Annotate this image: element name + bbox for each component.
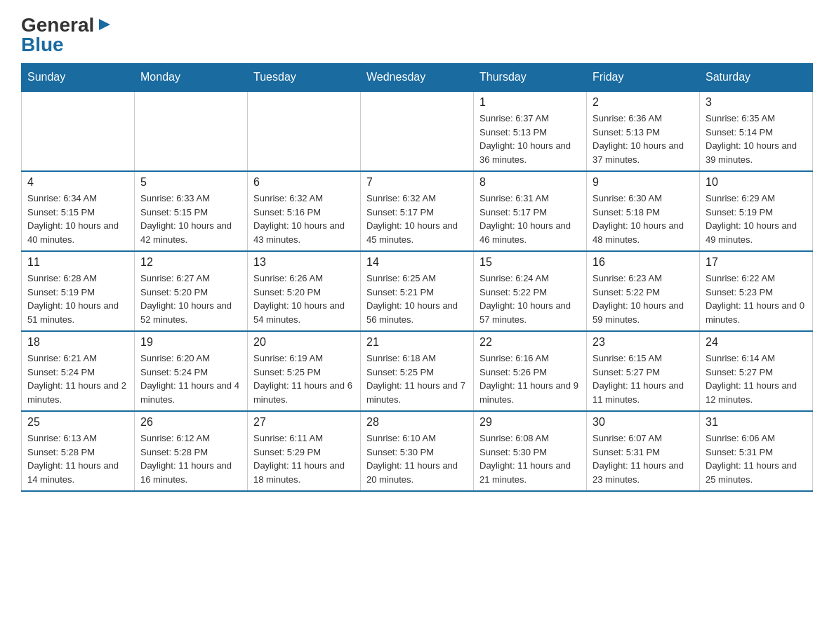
day-number: 16	[593, 256, 694, 269]
calendar-cell: 2Sunrise: 6:36 AM Sunset: 5:13 PM Daylig…	[587, 91, 700, 171]
day-info: Sunrise: 6:08 AM Sunset: 5:30 PM Dayligh…	[479, 431, 581, 486]
day-info: Sunrise: 6:07 AM Sunset: 5:31 PM Dayligh…	[593, 431, 694, 486]
day-info: Sunrise: 6:06 AM Sunset: 5:31 PM Dayligh…	[706, 431, 807, 486]
calendar-week-row: 4Sunrise: 6:34 AM Sunset: 5:15 PM Daylig…	[22, 171, 813, 251]
day-number: 15	[479, 256, 581, 269]
day-info: Sunrise: 6:33 AM Sunset: 5:15 PM Dayligh…	[140, 192, 241, 246]
calendar-cell: 24Sunrise: 6:14 AM Sunset: 5:27 PM Dayli…	[700, 331, 813, 411]
day-info: Sunrise: 6:18 AM Sunset: 5:25 PM Dayligh…	[366, 351, 468, 406]
calendar-week-row: 11Sunrise: 6:28 AM Sunset: 5:19 PM Dayli…	[22, 251, 813, 331]
day-number: 12	[140, 256, 241, 269]
calendar-cell: 20Sunrise: 6:19 AM Sunset: 5:25 PM Dayli…	[248, 331, 361, 411]
calendar-cell: 31Sunrise: 6:06 AM Sunset: 5:31 PM Dayli…	[700, 411, 813, 491]
calendar-header-wednesday: Wednesday	[361, 64, 474, 92]
calendar-cell: 5Sunrise: 6:33 AM Sunset: 5:15 PM Daylig…	[135, 171, 248, 251]
day-info: Sunrise: 6:15 AM Sunset: 5:27 PM Dayligh…	[593, 351, 694, 406]
day-info: Sunrise: 6:12 AM Sunset: 5:28 PM Dayligh…	[140, 431, 241, 486]
day-info: Sunrise: 6:27 AM Sunset: 5:20 PM Dayligh…	[140, 271, 241, 326]
day-info: Sunrise: 6:32 AM Sunset: 5:17 PM Dayligh…	[366, 192, 468, 246]
logo-blue-label: Blue	[21, 34, 64, 55]
calendar-cell: 14Sunrise: 6:25 AM Sunset: 5:21 PM Dayli…	[361, 251, 474, 331]
day-info: Sunrise: 6:11 AM Sunset: 5:29 PM Dayligh…	[253, 431, 355, 486]
day-number: 5	[140, 176, 241, 189]
logo-arrow-icon	[96, 17, 112, 32]
calendar-cell: 11Sunrise: 6:28 AM Sunset: 5:19 PM Dayli…	[22, 251, 135, 331]
day-number: 31	[706, 416, 807, 429]
day-number: 7	[366, 176, 468, 189]
calendar-cell: 19Sunrise: 6:20 AM Sunset: 5:24 PM Dayli…	[135, 331, 248, 411]
calendar-table: SundayMondayTuesdayWednesdayThursdayFrid…	[21, 63, 813, 492]
day-number: 2	[593, 96, 694, 109]
day-info: Sunrise: 6:20 AM Sunset: 5:24 PM Dayligh…	[140, 351, 241, 406]
calendar-cell	[135, 91, 248, 171]
calendar-week-row: 25Sunrise: 6:13 AM Sunset: 5:28 PM Dayli…	[22, 411, 813, 491]
day-info: Sunrise: 6:22 AM Sunset: 5:23 PM Dayligh…	[706, 271, 807, 326]
day-info: Sunrise: 6:10 AM Sunset: 5:30 PM Dayligh…	[366, 431, 468, 486]
calendar-cell: 6Sunrise: 6:32 AM Sunset: 5:16 PM Daylig…	[248, 171, 361, 251]
calendar-header-row: SundayMondayTuesdayWednesdayThursdayFrid…	[22, 64, 813, 92]
calendar-cell: 17Sunrise: 6:22 AM Sunset: 5:23 PM Dayli…	[700, 251, 813, 331]
day-info: Sunrise: 6:26 AM Sunset: 5:20 PM Dayligh…	[253, 271, 355, 326]
calendar-cell	[22, 91, 135, 171]
calendar-cell: 27Sunrise: 6:11 AM Sunset: 5:29 PM Dayli…	[248, 411, 361, 491]
day-info: Sunrise: 6:37 AM Sunset: 5:13 PM Dayligh…	[479, 112, 581, 166]
day-number: 17	[706, 256, 807, 269]
calendar-cell: 28Sunrise: 6:10 AM Sunset: 5:30 PM Dayli…	[361, 411, 474, 491]
day-info: Sunrise: 6:23 AM Sunset: 5:22 PM Dayligh…	[593, 271, 694, 326]
day-info: Sunrise: 6:32 AM Sunset: 5:16 PM Dayligh…	[253, 192, 355, 246]
day-info: Sunrise: 6:24 AM Sunset: 5:22 PM Dayligh…	[479, 271, 581, 326]
day-number: 3	[706, 96, 807, 109]
day-number: 21	[366, 336, 468, 349]
calendar-cell: 7Sunrise: 6:32 AM Sunset: 5:17 PM Daylig…	[361, 171, 474, 251]
day-number: 19	[140, 336, 241, 349]
calendar-cell	[248, 91, 361, 171]
day-info: Sunrise: 6:34 AM Sunset: 5:15 PM Dayligh…	[27, 192, 128, 246]
calendar-cell: 18Sunrise: 6:21 AM Sunset: 5:24 PM Dayli…	[22, 331, 135, 411]
day-number: 11	[27, 256, 128, 269]
calendar-cell: 25Sunrise: 6:13 AM Sunset: 5:28 PM Dayli…	[22, 411, 135, 491]
day-number: 14	[366, 256, 468, 269]
day-number: 28	[366, 416, 468, 429]
day-number: 30	[593, 416, 694, 429]
svg-marker-0	[99, 19, 110, 30]
day-number: 24	[706, 336, 807, 349]
logo-display: General Blue	[21, 14, 112, 56]
calendar-cell: 22Sunrise: 6:16 AM Sunset: 5:26 PM Dayli…	[474, 331, 587, 411]
day-info: Sunrise: 6:36 AM Sunset: 5:13 PM Dayligh…	[593, 112, 694, 166]
calendar-cell: 9Sunrise: 6:30 AM Sunset: 5:18 PM Daylig…	[587, 171, 700, 251]
day-number: 9	[593, 176, 694, 189]
day-number: 1	[479, 96, 581, 109]
day-number: 20	[253, 336, 355, 349]
day-info: Sunrise: 6:19 AM Sunset: 5:25 PM Dayligh…	[253, 351, 355, 406]
day-number: 10	[706, 176, 807, 189]
logo: General Blue	[21, 14, 112, 56]
calendar-header-saturday: Saturday	[700, 64, 813, 92]
calendar-header-monday: Monday	[135, 64, 248, 92]
day-info: Sunrise: 6:29 AM Sunset: 5:19 PM Dayligh…	[706, 192, 807, 246]
calendar-header-friday: Friday	[587, 64, 700, 92]
day-info: Sunrise: 6:14 AM Sunset: 5:27 PM Dayligh…	[706, 351, 807, 406]
calendar-cell: 13Sunrise: 6:26 AM Sunset: 5:20 PM Dayli…	[248, 251, 361, 331]
day-number: 22	[479, 336, 581, 349]
calendar-cell: 4Sunrise: 6:34 AM Sunset: 5:15 PM Daylig…	[22, 171, 135, 251]
calendar-cell: 29Sunrise: 6:08 AM Sunset: 5:30 PM Dayli…	[474, 411, 587, 491]
day-info: Sunrise: 6:30 AM Sunset: 5:18 PM Dayligh…	[593, 192, 694, 246]
day-number: 29	[479, 416, 581, 429]
calendar-cell: 16Sunrise: 6:23 AM Sunset: 5:22 PM Dayli…	[587, 251, 700, 331]
day-info: Sunrise: 6:35 AM Sunset: 5:14 PM Dayligh…	[706, 112, 807, 166]
day-number: 23	[593, 336, 694, 349]
day-number: 18	[27, 336, 128, 349]
calendar-cell: 26Sunrise: 6:12 AM Sunset: 5:28 PM Dayli…	[135, 411, 248, 491]
day-number: 13	[253, 256, 355, 269]
calendar-cell: 23Sunrise: 6:15 AM Sunset: 5:27 PM Dayli…	[587, 331, 700, 411]
calendar-cell: 8Sunrise: 6:31 AM Sunset: 5:17 PM Daylig…	[474, 171, 587, 251]
calendar-cell: 12Sunrise: 6:27 AM Sunset: 5:20 PM Dayli…	[135, 251, 248, 331]
day-number: 25	[27, 416, 128, 429]
day-info: Sunrise: 6:16 AM Sunset: 5:26 PM Dayligh…	[479, 351, 581, 406]
day-info: Sunrise: 6:25 AM Sunset: 5:21 PM Dayligh…	[366, 271, 468, 326]
day-info: Sunrise: 6:31 AM Sunset: 5:17 PM Dayligh…	[479, 192, 581, 246]
calendar-header-sunday: Sunday	[22, 64, 135, 92]
page-header: General Blue	[21, 14, 813, 56]
calendar-cell: 15Sunrise: 6:24 AM Sunset: 5:22 PM Dayli…	[474, 251, 587, 331]
day-number: 27	[253, 416, 355, 429]
